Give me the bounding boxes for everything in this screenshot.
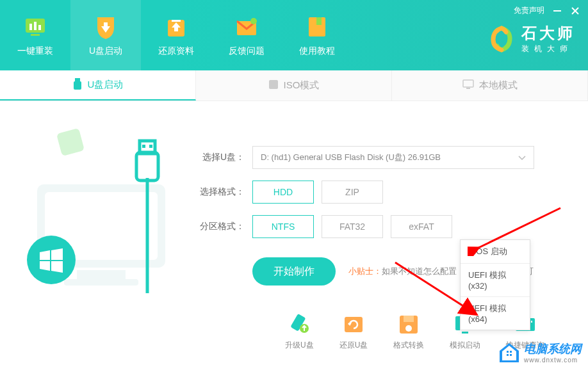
tab-usb-boot[interactable]: U盘启动 [0, 70, 196, 101]
format-label: 选择格式： [199, 186, 245, 198]
iso-icon [268, 79, 279, 92]
dropdown-bios[interactable]: BIOS 启动 [461, 240, 530, 263]
disk-icon [397, 313, 420, 336]
reinstall-icon [22, 13, 49, 40]
tab-local[interactable]: 本地模式 [392, 70, 588, 101]
envelope-icon [233, 13, 260, 40]
format-hdd-button[interactable]: HDD [252, 181, 314, 204]
svg-rect-41 [531, 321, 532, 323]
svg-rect-20 [77, 270, 126, 279]
nav-usb-boot[interactable]: U盘启动 [70, 0, 141, 70]
brand-title: 石大师 [521, 23, 575, 44]
svg-rect-15 [463, 80, 473, 87]
svg-point-32 [405, 325, 412, 332]
svg-rect-50 [510, 351, 512, 353]
watermark-house-icon [498, 342, 520, 364]
svg-rect-10 [316, 17, 322, 25]
nav-reinstall[interactable]: 一键重装 [0, 0, 70, 70]
nav-restore[interactable]: 还原资料 [141, 0, 211, 70]
nav-label: 一键重装 [17, 45, 53, 57]
svg-rect-14 [269, 80, 278, 89]
tab-label: U盘启动 [88, 79, 124, 91]
tool-label: 模拟启动 [450, 340, 480, 351]
tab-label: ISO模式 [284, 79, 320, 92]
format-zip-button[interactable]: ZIP [322, 181, 383, 204]
nav-label: U盘启动 [89, 45, 122, 57]
svg-rect-6 [172, 20, 181, 22]
window-controls: 免责声明 [514, 5, 580, 16]
svg-point-8 [250, 18, 257, 24]
watermark: 电脑系统网 www.dnxtw.com [498, 341, 582, 364]
dropdown-uefi-x64[interactable]: UEFI 模拟(x64) [461, 296, 530, 330]
tool-upgrade-usb[interactable]: 升级U盘 [285, 313, 314, 351]
svg-rect-52 [510, 354, 512, 356]
nav-tutorial[interactable]: 使用教程 [282, 0, 352, 70]
svg-rect-2 [34, 22, 37, 30]
disk-value: D: (hd1) General USB Flash Disk (U盘) 26.… [261, 152, 441, 163]
svg-rect-3 [38, 25, 41, 30]
svg-rect-35 [462, 332, 468, 334]
svg-rect-49 [507, 351, 509, 353]
svg-rect-21 [64, 279, 138, 286]
usb-upgrade-icon [288, 313, 311, 336]
close-button[interactable] [570, 6, 580, 16]
restore-icon [163, 13, 190, 40]
brand-area: 石大师 装机大师 [488, 23, 575, 54]
usb-shield-icon [92, 13, 119, 40]
dropdown-uefi-x32[interactable]: UEFI 模拟(x32) [461, 263, 530, 296]
nav-label: 反馈问题 [229, 45, 265, 57]
book-icon [304, 13, 331, 40]
watermark-title: 电脑系统网 [524, 341, 582, 357]
boot-mode-dropdown: BIOS 启动 UEFI 模拟(x32) UEFI 模拟(x64) [460, 239, 530, 330]
tool-restore-usb[interactable]: 还原U盘 [339, 313, 368, 351]
brand-logo-icon [488, 26, 515, 52]
svg-rect-29 [345, 317, 363, 332]
tab-iso[interactable]: ISO模式 [196, 70, 392, 101]
tip-label: 小贴士： [348, 266, 382, 276]
tip-content: 如果不知道怎么配置 [382, 266, 457, 276]
svg-rect-31 [404, 316, 414, 322]
usb-restore-icon [342, 313, 365, 336]
tool-label: 还原U盘 [339, 340, 368, 351]
svg-rect-11 [553, 10, 561, 12]
start-create-button[interactable]: 开始制作 [252, 257, 336, 286]
svg-rect-23 [136, 152, 158, 181]
mode-tabs: U盘启动 ISO模式 本地模式 [0, 70, 588, 101]
nav-label: 还原资料 [158, 45, 194, 57]
svg-rect-51 [507, 354, 509, 356]
svg-rect-13 [74, 81, 81, 90]
disk-label: 选择U盘： [199, 152, 245, 163]
svg-rect-26 [149, 145, 152, 148]
nav-label: 使用教程 [299, 45, 335, 57]
brand-subtitle: 装机大师 [521, 44, 575, 54]
usb-illustration [13, 120, 186, 306]
tool-format-convert[interactable]: 格式转换 [393, 313, 424, 351]
disk-select[interactable]: D: (hd1) General USB Flash Disk (U盘) 26.… [252, 146, 534, 169]
tab-label: 本地模式 [479, 79, 518, 92]
partition-label: 分区格式： [199, 221, 245, 232]
svg-rect-4 [31, 34, 40, 36]
svg-rect-12 [75, 78, 80, 81]
watermark-url: www.dnxtw.com [524, 357, 582, 364]
tool-label: 升级U盘 [285, 340, 314, 351]
partition-ntfs-button[interactable]: NTFS [252, 215, 314, 238]
partition-exfat-button[interactable]: exFAT [391, 215, 452, 238]
nav-feedback[interactable]: 反馈问题 [211, 0, 282, 70]
usb-icon [72, 78, 83, 92]
svg-rect-25 [142, 145, 145, 148]
svg-rect-17 [56, 128, 85, 156]
svg-rect-1 [29, 24, 32, 30]
disclaimer-link[interactable]: 免责声明 [514, 5, 544, 16]
partition-fat32-button[interactable]: FAT32 [322, 215, 383, 238]
svg-rect-16 [466, 88, 470, 89]
monitor-icon [462, 79, 474, 92]
app-header: 一键重装 U盘启动 还原资料 反馈问题 使用教程 免责声明 [0, 0, 588, 70]
chevron-down-icon [518, 153, 526, 163]
minimize-button[interactable] [552, 6, 562, 16]
tool-label: 格式转换 [393, 340, 424, 351]
